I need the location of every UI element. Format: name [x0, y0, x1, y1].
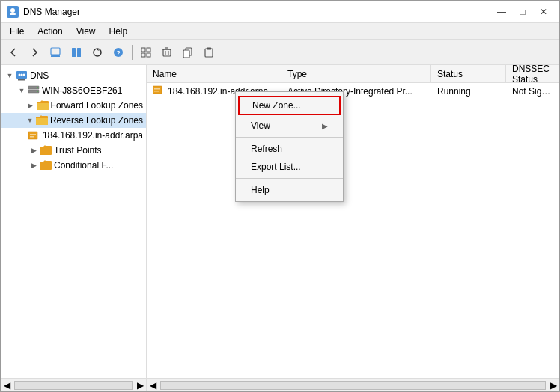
toolbar-back[interactable] — [4, 43, 23, 62]
dns-manager-window: DNS Manager — □ ✕ File Action View Help — [0, 0, 560, 392]
expand-dns[interactable]: ▼ — [4, 70, 16, 82]
toolbar-paste[interactable] — [199, 43, 219, 62]
menu-file[interactable]: File — [4, 24, 30, 39]
expand-trust[interactable]: ▶ — [28, 144, 40, 156]
app-icon — [7, 6, 19, 18]
new-zone-wrapper: New Zone... — [238, 96, 341, 115]
tree-label-trust: Trust Points — [54, 145, 102, 156]
toolbar-sep-1 — [132, 45, 133, 60]
toolbar-down[interactable] — [67, 43, 86, 62]
right-scroll-track[interactable] — [160, 381, 546, 390]
tree-label-dns: DNS — [30, 70, 49, 81]
title-bar-controls: — □ ✕ — [492, 4, 553, 19]
close-button[interactable]: ✕ — [534, 4, 553, 19]
col-header-name[interactable]: Name — [147, 65, 281, 82]
tree-item-trust[interactable]: ▶ Trust Points — [1, 143, 146, 158]
svg-rect-32 — [30, 134, 36, 135]
toolbar-help[interactable]: ? — [109, 43, 128, 62]
col-header-dnssec[interactable]: DNSSEC Status — [506, 65, 559, 82]
cell-status: Running — [431, 85, 506, 98]
tree-item-server[interactable]: ▼ WIN-J8S6OEBF261 — [1, 83, 146, 98]
svg-rect-13 — [163, 49, 171, 56]
svg-point-25 — [21, 74, 23, 76]
dns-icon — [16, 70, 28, 82]
toolbar-copy[interactable] — [178, 43, 198, 62]
left-scroll-track[interactable] — [14, 381, 133, 390]
toolbar-forward[interactable] — [25, 43, 44, 62]
main-content: ▼ DNS ▼ — [1, 65, 559, 378]
svg-rect-21 — [207, 47, 211, 49]
tree-item-forward[interactable]: ▶ Forward Lookup Zones — [1, 98, 146, 113]
svg-point-0 — [10, 8, 15, 13]
svg-text:?: ? — [116, 49, 121, 57]
toolbar-delete[interactable] — [157, 43, 177, 62]
svg-rect-36 — [154, 91, 159, 92]
maximize-button[interactable]: □ — [513, 4, 532, 19]
context-menu-separator-1 — [236, 137, 343, 138]
svg-rect-2 — [51, 48, 60, 55]
server-icon — [28, 85, 40, 97]
svg-rect-10 — [147, 48, 150, 52]
context-menu-view[interactable]: View ▶ — [236, 117, 343, 135]
toolbar-view1[interactable] — [136, 43, 156, 62]
expand-forward[interactable]: ▶ — [25, 99, 37, 111]
folder-open-icon — [37, 99, 49, 111]
cell-dnssec: Not Signed — [506, 85, 559, 98]
col-header-status[interactable]: Status — [431, 65, 506, 82]
svg-point-24 — [19, 74, 21, 76]
toolbar: ? — [1, 40, 559, 65]
submenu-arrow-icon: ▶ — [322, 122, 328, 130]
svg-rect-19 — [183, 50, 189, 58]
scroll-right-btn-2[interactable]: ▶ — [547, 379, 559, 391]
scroll-left-btn[interactable]: ◀ — [1, 379, 13, 391]
svg-rect-3 — [51, 55, 60, 57]
menu-bar: File Action View Help — [1, 23, 559, 40]
svg-rect-11 — [141, 53, 145, 57]
scroll-right-btn[interactable]: ▶ — [134, 379, 146, 391]
title-bar-left: DNS Manager — [7, 6, 80, 18]
toolbar-up[interactable] — [46, 43, 65, 62]
context-menu-export[interactable]: Export List... — [236, 158, 343, 176]
folder-open-icon-2 — [36, 114, 48, 126]
minimize-button[interactable]: — — [492, 4, 511, 19]
right-scrollbar-area: ◀ ▶ — [147, 379, 559, 391]
tree-label-reverse: Reverse Lookup Zones — [50, 115, 143, 126]
svg-rect-35 — [154, 88, 160, 90]
tree-item-zone[interactable]: ▶ 184.168.192.in-addr.arpa — [1, 128, 146, 143]
tree-label-zone: 184.168.192.in-addr.arpa — [43, 130, 143, 141]
tree-item-dns[interactable]: ▼ DNS — [1, 68, 146, 83]
tree-label-forward: Forward Lookup Zones — [51, 100, 143, 111]
expand-reverse[interactable]: ▼ — [24, 114, 36, 126]
zone-icon — [28, 129, 40, 141]
window-title: DNS Manager — [23, 7, 80, 17]
svg-rect-9 — [141, 48, 145, 52]
right-panel: Name Type Status DNSSEC Status 184.168.1… — [147, 65, 559, 378]
toolbar-refresh[interactable] — [88, 43, 107, 62]
context-menu-refresh[interactable]: Refresh — [236, 140, 343, 158]
expand-conditional[interactable]: ▶ — [28, 159, 40, 171]
zone-record-icon — [153, 85, 165, 97]
tree-label-conditional: Conditional F... — [54, 160, 113, 171]
tree-item-reverse[interactable]: ▼ Reverse Lookup Zones — [1, 113, 146, 128]
folder-icon-conditional — [40, 159, 52, 171]
svg-rect-4 — [72, 48, 76, 57]
menu-help[interactable]: Help — [103, 24, 134, 39]
expand-server[interactable]: ▼ — [16, 85, 28, 97]
col-header-type[interactable]: Type — [281, 65, 431, 82]
svg-point-29 — [37, 87, 38, 88]
context-menu-new-zone[interactable]: New Zone... — [240, 97, 339, 114]
menu-view[interactable]: View — [70, 24, 102, 39]
svg-rect-12 — [147, 53, 150, 57]
context-menu-help[interactable]: Help — [236, 181, 343, 199]
tree-item-conditional[interactable]: ▶ Conditional F... — [1, 158, 146, 173]
menu-action[interactable]: Action — [31, 24, 68, 39]
list-header: Name Type Status DNSSEC Status — [147, 65, 559, 83]
svg-rect-23 — [18, 79, 25, 81]
table-row[interactable]: 184.168.192.in-addr.arpa Active Director… — [147, 83, 559, 99]
tree-label-server: WIN-J8S6OEBF261 — [42, 85, 122, 96]
svg-rect-31 — [28, 132, 37, 139]
bottom-bar: ◀ ▶ ◀ ▶ — [1, 378, 559, 391]
scroll-left-btn-2[interactable]: ◀ — [147, 379, 159, 391]
svg-rect-1 — [10, 13, 16, 15]
left-scrollbar-area: ◀ ▶ — [1, 379, 147, 391]
